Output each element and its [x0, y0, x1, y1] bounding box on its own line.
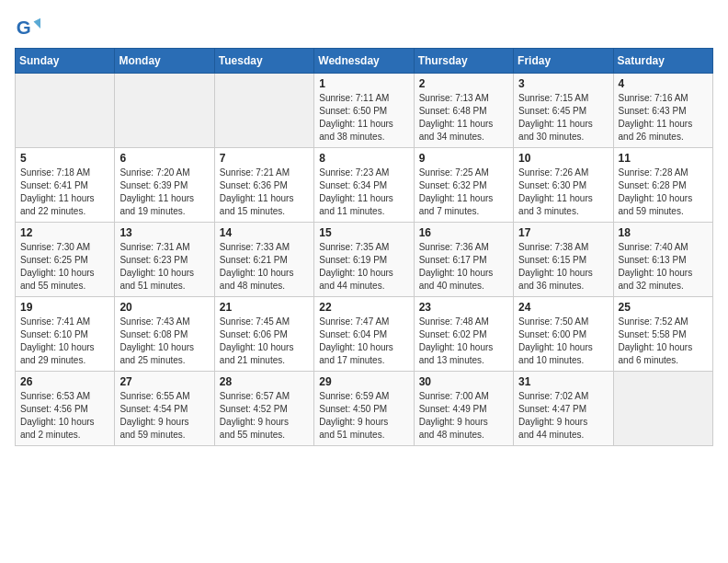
day-info: Sunrise: 6:55 AM Sunset: 4:54 PM Dayligh…: [119, 390, 209, 442]
calendar-cell: 25Sunrise: 7:52 AM Sunset: 5:58 PM Dayli…: [613, 297, 712, 372]
day-number: 18: [619, 226, 708, 239]
day-info: Sunrise: 7:35 AM Sunset: 6:19 PM Dayligh…: [319, 241, 408, 293]
calendar-cell: 11Sunrise: 7:28 AM Sunset: 6:28 PM Dayli…: [613, 148, 712, 223]
day-info: Sunrise: 7:33 AM Sunset: 6:21 PM Dayligh…: [220, 241, 309, 293]
day-number: 27: [119, 375, 209, 388]
day-info: Sunrise: 7:36 AM Sunset: 6:17 PM Dayligh…: [419, 241, 508, 293]
day-number: 13: [119, 226, 209, 239]
week-row-2: 5Sunrise: 7:18 AM Sunset: 6:41 PM Daylig…: [16, 148, 713, 223]
week-row-1: 1Sunrise: 7:11 AM Sunset: 6:50 PM Daylig…: [16, 74, 713, 148]
calendar-cell: 27Sunrise: 6:55 AM Sunset: 4:54 PM Dayli…: [115, 372, 214, 446]
logo-icon: G: [15, 15, 40, 40]
day-number: 8: [319, 152, 408, 165]
day-number: 17: [518, 226, 608, 239]
svg-text:G: G: [17, 17, 31, 38]
calendar-cell: 14Sunrise: 7:33 AM Sunset: 6:21 PM Dayli…: [214, 223, 313, 297]
calendar-cell: 10Sunrise: 7:26 AM Sunset: 6:30 PM Dayli…: [514, 148, 613, 223]
day-info: Sunrise: 7:43 AM Sunset: 6:08 PM Dayligh…: [119, 316, 209, 367]
calendar-cell: 13Sunrise: 7:31 AM Sunset: 6:23 PM Dayli…: [115, 223, 214, 297]
calendar-cell: [16, 74, 115, 148]
day-info: Sunrise: 7:45 AM Sunset: 6:06 PM Dayligh…: [220, 316, 309, 367]
calendar-cell: 12Sunrise: 7:30 AM Sunset: 6:25 PM Dayli…: [16, 223, 115, 297]
day-info: Sunrise: 7:11 AM Sunset: 6:50 PM Dayligh…: [319, 92, 408, 144]
day-info: Sunrise: 7:50 AM Sunset: 6:00 PM Dayligh…: [518, 316, 608, 367]
day-info: Sunrise: 7:16 AM Sunset: 6:43 PM Dayligh…: [619, 92, 708, 144]
calendar-cell: 4Sunrise: 7:16 AM Sunset: 6:43 PM Daylig…: [613, 74, 712, 148]
day-number: 29: [319, 375, 408, 388]
calendar-cell: 29Sunrise: 6:59 AM Sunset: 4:50 PM Dayli…: [314, 372, 414, 446]
day-number: 25: [619, 301, 708, 314]
day-info: Sunrise: 7:20 AM Sunset: 6:39 PM Dayligh…: [119, 167, 209, 218]
svg-marker-1: [34, 18, 40, 29]
calendar-cell: 22Sunrise: 7:47 AM Sunset: 6:04 PM Dayli…: [314, 297, 414, 372]
calendar-table: SundayMondayTuesdayWednesdayThursdayFrid…: [15, 48, 713, 446]
day-number: 4: [619, 77, 708, 90]
calendar-cell: 7Sunrise: 7:21 AM Sunset: 6:36 PM Daylig…: [214, 148, 313, 223]
day-number: 7: [220, 152, 309, 165]
week-row-3: 12Sunrise: 7:30 AM Sunset: 6:25 PM Dayli…: [16, 223, 713, 297]
calendar-cell: 19Sunrise: 7:41 AM Sunset: 6:10 PM Dayli…: [16, 297, 115, 372]
calendar-cell: 23Sunrise: 7:48 AM Sunset: 6:02 PM Dayli…: [414, 297, 513, 372]
calendar-cell: [613, 372, 712, 446]
calendar-cell: 2Sunrise: 7:13 AM Sunset: 6:48 PM Daylig…: [414, 74, 513, 148]
calendar-cell: 8Sunrise: 7:23 AM Sunset: 6:34 PM Daylig…: [314, 148, 414, 223]
day-info: Sunrise: 6:59 AM Sunset: 4:50 PM Dayligh…: [319, 390, 408, 442]
calendar-cell: 31Sunrise: 7:02 AM Sunset: 4:47 PM Dayli…: [514, 372, 613, 446]
day-number: 24: [518, 301, 608, 314]
weekday-header-tuesday: Tuesday: [214, 49, 313, 74]
day-number: 12: [20, 226, 109, 239]
day-info: Sunrise: 7:25 AM Sunset: 6:32 PM Dayligh…: [419, 167, 508, 218]
calendar-cell: 30Sunrise: 7:00 AM Sunset: 4:49 PM Dayli…: [414, 372, 513, 446]
day-number: 2: [419, 77, 508, 90]
day-info: Sunrise: 7:30 AM Sunset: 6:25 PM Dayligh…: [20, 241, 109, 293]
header: G: [15, 15, 713, 40]
day-info: Sunrise: 7:15 AM Sunset: 6:45 PM Dayligh…: [518, 92, 608, 144]
calendar-cell: 15Sunrise: 7:35 AM Sunset: 6:19 PM Dayli…: [314, 223, 414, 297]
day-info: Sunrise: 7:23 AM Sunset: 6:34 PM Dayligh…: [319, 167, 408, 218]
day-number: 23: [419, 301, 508, 314]
day-info: Sunrise: 7:52 AM Sunset: 5:58 PM Dayligh…: [619, 316, 708, 367]
day-info: Sunrise: 7:47 AM Sunset: 6:04 PM Dayligh…: [319, 316, 408, 367]
day-info: Sunrise: 6:53 AM Sunset: 4:56 PM Dayligh…: [20, 390, 109, 442]
day-info: Sunrise: 7:48 AM Sunset: 6:02 PM Dayligh…: [419, 316, 508, 367]
day-info: Sunrise: 7:13 AM Sunset: 6:48 PM Dayligh…: [419, 92, 508, 144]
day-number: 31: [518, 375, 608, 388]
weekday-header-thursday: Thursday: [414, 49, 513, 74]
weekday-header-saturday: Saturday: [613, 49, 712, 74]
day-number: 16: [419, 226, 508, 239]
day-info: Sunrise: 7:31 AM Sunset: 6:23 PM Dayligh…: [119, 241, 209, 293]
day-info: Sunrise: 7:18 AM Sunset: 6:41 PM Dayligh…: [20, 167, 109, 218]
day-info: Sunrise: 7:00 AM Sunset: 4:49 PM Dayligh…: [419, 390, 508, 442]
day-number: 21: [220, 301, 309, 314]
day-number: 3: [518, 77, 608, 90]
day-number: 22: [319, 301, 408, 314]
weekday-header-friday: Friday: [514, 49, 613, 74]
day-info: Sunrise: 7:28 AM Sunset: 6:28 PM Dayligh…: [619, 167, 708, 218]
day-info: Sunrise: 7:21 AM Sunset: 6:36 PM Dayligh…: [220, 167, 309, 218]
logo: G: [15, 15, 44, 40]
calendar-cell: 26Sunrise: 6:53 AM Sunset: 4:56 PM Dayli…: [16, 372, 115, 446]
day-number: 5: [20, 152, 109, 165]
weekday-header-row: SundayMondayTuesdayWednesdayThursdayFrid…: [16, 49, 713, 74]
day-number: 19: [20, 301, 109, 314]
calendar-cell: 28Sunrise: 6:57 AM Sunset: 4:52 PM Dayli…: [214, 372, 313, 446]
calendar-cell: 3Sunrise: 7:15 AM Sunset: 6:45 PM Daylig…: [514, 74, 613, 148]
day-number: 30: [419, 375, 508, 388]
day-number: 28: [220, 375, 309, 388]
calendar-cell: 17Sunrise: 7:38 AM Sunset: 6:15 PM Dayli…: [514, 223, 613, 297]
calendar-cell: 5Sunrise: 7:18 AM Sunset: 6:41 PM Daylig…: [16, 148, 115, 223]
calendar-cell: 21Sunrise: 7:45 AM Sunset: 6:06 PM Dayli…: [214, 297, 313, 372]
day-info: Sunrise: 7:41 AM Sunset: 6:10 PM Dayligh…: [20, 316, 109, 367]
calendar-cell: 20Sunrise: 7:43 AM Sunset: 6:08 PM Dayli…: [115, 297, 214, 372]
day-number: 14: [220, 226, 309, 239]
day-info: Sunrise: 7:38 AM Sunset: 6:15 PM Dayligh…: [518, 241, 608, 293]
day-number: 1: [319, 77, 408, 90]
week-row-5: 26Sunrise: 6:53 AM Sunset: 4:56 PM Dayli…: [16, 372, 713, 446]
calendar-cell: [214, 74, 313, 148]
day-number: 6: [119, 152, 209, 165]
day-info: Sunrise: 7:40 AM Sunset: 6:13 PM Dayligh…: [619, 241, 708, 293]
weekday-header-sunday: Sunday: [16, 49, 115, 74]
day-number: 10: [518, 152, 608, 165]
calendar-cell: 6Sunrise: 7:20 AM Sunset: 6:39 PM Daylig…: [115, 148, 214, 223]
calendar-cell: 16Sunrise: 7:36 AM Sunset: 6:17 PM Dayli…: [414, 223, 513, 297]
